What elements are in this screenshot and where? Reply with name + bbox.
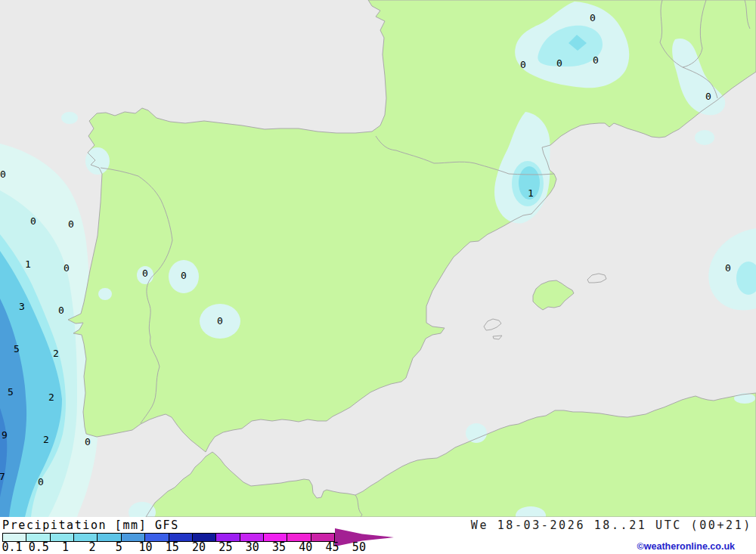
precip-value-label: 0 (64, 262, 70, 274)
map-title: Precipitation [mm] GFS (2, 518, 179, 532)
legend-tick-label: 0.5 (29, 540, 49, 554)
precip-value-label: 0 (725, 262, 731, 274)
precip-value-label: 1 (25, 258, 31, 270)
precip-value-label: 0 (217, 315, 223, 327)
precip-value-label: 9 (2, 429, 8, 441)
legend-tick-label: 35 (272, 540, 286, 554)
copyright-label: ©weatheronline.co.uk (637, 541, 735, 552)
precip-blob (466, 423, 487, 443)
legend-tick-label: 30 (246, 540, 259, 554)
precip-value-label: 2 (53, 348, 59, 359)
precip-value-label: 5 (14, 343, 20, 354)
precip-value-label: 0 (68, 218, 74, 230)
precip-value-label: 0 (556, 57, 562, 69)
precip-value-label: 0 (142, 268, 148, 279)
precip-value-label: 2 (48, 392, 54, 403)
legend-tick-label: 25 (218, 540, 232, 554)
precip-value-label: 7 (0, 471, 5, 482)
legend-tick-label: 40 (299, 540, 312, 554)
precip-blob (695, 130, 714, 145)
precip-value-label: 1 (528, 187, 534, 199)
legend-tick-label: 2 (88, 540, 95, 554)
map-datetime: We 18-03-2026 18..21 UTC (00+21) (471, 518, 752, 532)
precip-blob (98, 288, 112, 300)
precip-value-label: 0 (30, 215, 36, 227)
legend-tick-label: 0.1 (2, 540, 22, 554)
precip-value-label: 0 (0, 169, 6, 180)
legend-tick-label: 10 (138, 540, 152, 554)
precip-value-label: 3 (19, 301, 25, 312)
precip-value-label: 0 (58, 305, 64, 316)
precip-value-label: 0 (705, 91, 711, 102)
precip-value-label: 2 (43, 434, 49, 445)
precip-value-label: 5 (8, 386, 14, 398)
weather-map-page: 00010305252920700001000000 Precipitation… (0, 0, 756, 554)
legend-tick-label: 1 (62, 540, 69, 554)
legend-tick-label: 15 (166, 540, 179, 554)
precip-value-label: 0 (85, 436, 91, 447)
legend-tick-label: 5 (116, 540, 122, 554)
precip-blob (61, 112, 78, 124)
legend-tick-label: 50 (352, 540, 366, 554)
precip-value-label: 0 (181, 270, 187, 281)
map-footer: Precipitation [mm] GFS We 18-03-2026 18.… (0, 517, 756, 554)
precip-value-label: 0 (593, 54, 599, 66)
legend-tick-label: 20 (192, 540, 206, 554)
precipitation-map: 00010305252920700001000000 (0, 0, 756, 517)
precip-value-label: 0 (520, 59, 526, 70)
precip-value-label: 0 (590, 12, 596, 23)
legend-tick-label: 45 (326, 540, 339, 554)
precip-value-label: 0 (38, 476, 44, 487)
